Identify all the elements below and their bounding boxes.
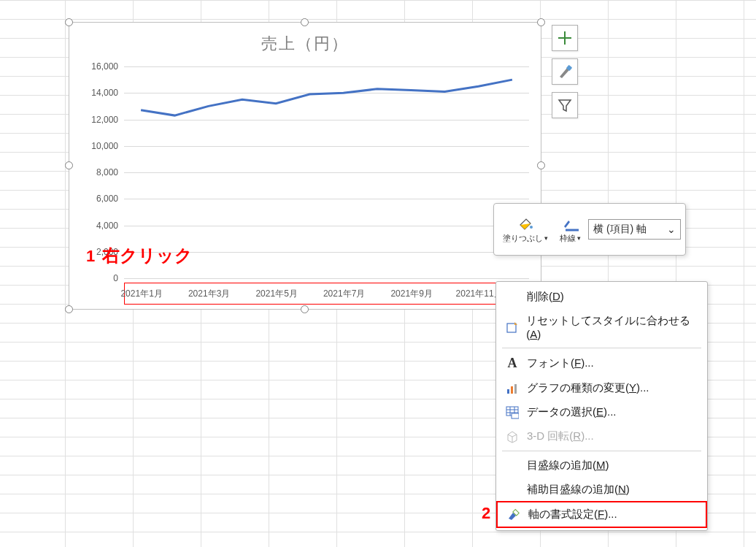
selection-handle[interactable] [65, 18, 73, 26]
chart-filter-button[interactable] [552, 92, 578, 118]
menu-item-font[interactable]: Aフォント(F)... [496, 351, 707, 376]
select-value: 横 (項目) 軸 [593, 223, 647, 236]
menu-item-add-minor-gridlines[interactable]: 補助目盛線の追加(N) [496, 478, 707, 502]
context-menu: 削除(D)リセットしてスタイルに合わせる(A)Aフォント(F)...グラフの種類… [495, 281, 708, 531]
menu-item-label: グラフの種類の変更(Y)... [527, 381, 649, 395]
selection-handle[interactable] [65, 305, 73, 313]
menu-item-label: データの選択(E)... [527, 405, 617, 419]
menu-item-reset-style[interactable]: リセットしてスタイルに合わせる(A) [496, 309, 707, 345]
menu-item-label: 軸の書式設定(F)... [528, 508, 617, 521]
filter-icon [557, 97, 573, 113]
menu-item-label: フォント(F)... [527, 356, 594, 370]
svg-point-3 [530, 226, 533, 229]
x-tick-label: 2021年5月 [255, 288, 297, 300]
brush-icon [557, 64, 573, 80]
x-axis[interactable]: 2021年1月2021年3月2021年5月2021年7月2021年9月2021年… [124, 283, 529, 305]
outline-button[interactable]: 枠線▾ [555, 207, 585, 251]
y-tick-label: 12,000 [91, 115, 118, 125]
x-tick-label: 2021年7月 [323, 288, 365, 300]
chart-side-buttons [552, 25, 578, 126]
selection-handle[interactable] [65, 161, 73, 169]
y-tick-label: 10,000 [91, 141, 118, 151]
svg-rect-7 [511, 386, 513, 394]
chart-element-select[interactable]: 横 (項目) 軸 ⌄ [588, 219, 681, 240]
x-tick-label: 2021年9月 [390, 288, 432, 300]
menu-item-format-axis[interactable]: 軸の書式設定(F)... [496, 501, 707, 528]
menu-item-label: 目盛線の追加(M) [527, 459, 609, 473]
menu-item-select-data[interactable]: データの選択(E)... [496, 400, 707, 424]
menu-item-label: 補助目盛線の追加(N) [527, 483, 630, 497]
x-tick-label: 2021年1月 [120, 288, 162, 300]
selection-handle[interactable] [301, 305, 309, 313]
fill-icon [516, 216, 535, 232]
menu-item-delete[interactable]: 削除(D) [496, 285, 707, 309]
y-tick-label: 14,000 [91, 88, 118, 98]
annotation-number-2: 2 [482, 504, 490, 523]
svg-rect-6 [507, 389, 509, 394]
chevron-down-icon: ⌄ [667, 223, 676, 235]
svg-rect-8 [514, 384, 517, 394]
y-tick-label: 0 [113, 273, 118, 283]
selection-handle[interactable] [537, 18, 545, 26]
menu-separator [502, 451, 701, 451]
chart-icon [505, 382, 520, 395]
menu-item-label: 削除(D) [527, 290, 564, 304]
format-icon [506, 508, 521, 521]
x-tick-label: 2021年3月 [188, 288, 230, 300]
font-icon: A [505, 356, 520, 371]
annotation-1: 右クリック [102, 244, 193, 267]
y-tick-label: 6,000 [96, 194, 118, 204]
selection-handle[interactable] [301, 18, 309, 26]
y-tick-label: 4,000 [96, 221, 118, 231]
chart-style-button[interactable] [552, 58, 578, 85]
menu-item-label: リセットしてスタイルに合わせる(A) [526, 314, 698, 340]
y-tick-label: 16,000 [91, 61, 118, 72]
menu-separator [502, 348, 701, 348]
outline-label: 枠線 [560, 234, 576, 242]
chart-elements-button[interactable] [552, 25, 578, 51]
grid-icon [505, 406, 520, 419]
cube-icon [505, 430, 520, 443]
fill-label: 塗りつぶし [503, 234, 543, 242]
outline-icon [561, 216, 580, 232]
menu-item-label: 3-D 回転(R)... [527, 429, 594, 443]
chevron-down-icon: ▾ [577, 234, 581, 242]
y-tick-label: 8,000 [96, 167, 118, 177]
menu-item-add-gridlines[interactable]: 目盛線の追加(M) [496, 454, 707, 478]
plus-icon [557, 30, 573, 46]
fill-button[interactable]: 塗りつぶし▾ [498, 207, 552, 251]
selection-handle[interactable] [537, 161, 545, 169]
chart-title[interactable]: 売上（円） [69, 33, 541, 55]
chevron-down-icon: ▾ [544, 234, 548, 242]
menu-item-rotate-3d: 3-D 回転(R)... [496, 424, 707, 448]
reset-icon [505, 321, 519, 334]
menu-item-change-chart-type[interactable]: グラフの種類の変更(Y)... [496, 376, 707, 400]
annotation-number-1: 1 [86, 247, 95, 266]
svg-rect-14 [512, 413, 519, 418]
mini-toolbar: 塗りつぶし▾ 枠線▾ 横 (項目) 軸 ⌄ [493, 203, 686, 256]
